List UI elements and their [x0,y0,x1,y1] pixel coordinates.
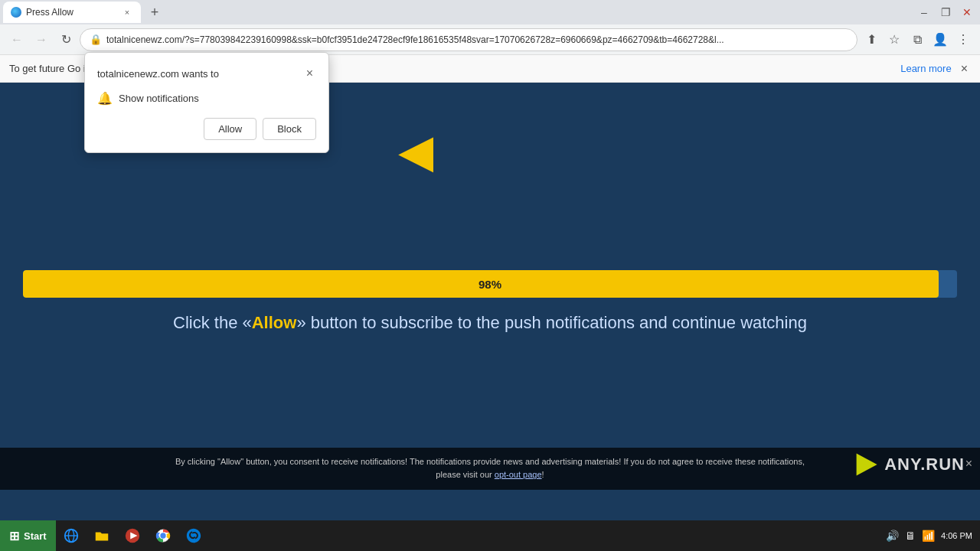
popup-buttons: Allow Block [97,118,316,140]
cta-allow-highlight: Allow [252,313,297,332]
footer-text-3: ! [542,470,544,479]
popup-site-name: totalnicenewz.com wants to [97,68,219,80]
tab-favicon [11,7,21,18]
progress-section: 98% [0,270,980,298]
progress-label: 98% [479,278,501,291]
windows-icon: ⊞ [9,529,19,543]
cta-before: Click the « [173,313,252,332]
block-button[interactable]: Block [263,118,316,140]
arrow-indicator: ◀ [398,129,433,174]
account-button[interactable]: 👤 [929,29,951,51]
taskbar-mediaplayer-icon[interactable] [117,520,148,551]
arrow-icon: ◀ [398,129,433,174]
taskbar-battery-icon: 📶 [922,530,935,542]
notification-bar-close-button[interactable]: × [958,62,971,76]
address-bar[interactable]: 🔒 totalnicenewz.com/?s=77803984223916099… [80,28,858,51]
menu-button[interactable]: ⋮ [952,29,974,51]
titlebar: Press Allow × + – ❐ ✕ [0,0,980,24]
browser-window: Press Allow × + – ❐ ✕ ← → ↻ 🔒 totalnicen… [0,0,980,520]
active-tab[interactable]: Press Allow × [3,2,141,23]
back-button[interactable]: ← [6,29,28,51]
taskbar-speaker-icon: 🔊 [886,530,899,542]
anyrun-play-icon [852,451,880,478]
bell-icon: 🔔 [97,91,113,106]
forward-button[interactable]: → [31,29,52,51]
start-label: Start [24,530,47,542]
taskbar-right: 🔊 🖥 📶 4:06 PM [878,530,980,542]
progress-bar: 98% [23,270,957,298]
reload-button[interactable]: ↻ [55,29,77,51]
footer-text-2: please visit our [436,470,494,479]
toolbar: ← → ↻ 🔒 totalnicenewz.com/?s=77803984223… [0,24,980,55]
tab-close-button[interactable]: × [121,6,133,18]
popup-header: totalnicenewz.com wants to × [97,65,316,82]
taskbar-edge-icon[interactable] [178,520,209,551]
cta-after: » button to subscribe to the push notifi… [296,313,807,332]
taskbar-chrome-icon[interactable] [148,520,178,551]
new-tab-button[interactable]: + [144,2,165,23]
taskbar-time: 4:06 PM [941,531,972,540]
learn-more-link[interactable]: Learn more [900,63,951,74]
permission-text: Show notifications [119,93,199,104]
footer-banner: By clicking "Allow" button, you consent … [0,448,980,490]
share-button[interactable]: ⬆ [861,29,882,51]
toolbar-actions: ⬆ ☆ ⧉ 👤 ⋮ [861,29,974,51]
start-button[interactable]: ⊞ Start [0,520,56,551]
close-button[interactable]: ✕ [957,5,977,20]
footer-banner-close-button[interactable]: × [965,454,972,474]
popup-permission-row: 🔔 Show notifications [97,91,316,106]
footer-text-1: By clicking "Allow" button, you consent … [175,457,805,466]
taskbar-items [56,520,878,551]
popup-close-button[interactable]: × [303,65,316,82]
window-controls: – ❐ ✕ [914,5,977,20]
taskbar-ie-icon[interactable] [56,520,87,551]
minimize-button[interactable]: – [914,5,934,20]
taskbar: ⊞ Start 🔊 🖥 📶 4:06 PM [0,520,980,551]
bookmark-button[interactable]: ☆ [884,29,905,51]
url-text: totalnicenewz.com/?s=778039842239160998&… [106,34,848,45]
allow-button[interactable]: Allow [204,118,256,140]
cta-text: Click the «Allow» button to subscribe to… [142,313,838,333]
tab-title: Press Allow [26,7,116,18]
anyrun-text: ANY.RUN [884,455,965,474]
taskbar-network-icon: 🖥 [905,530,916,542]
maximize-button[interactable]: ❐ [936,5,956,20]
opt-out-link[interactable]: opt-out page [495,470,542,479]
svg-point-6 [160,533,165,538]
lock-icon: 🔒 [90,34,102,45]
permission-popup: totalnicenewz.com wants to × 🔔 Show noti… [84,52,329,153]
taskbar-folder-icon[interactable] [87,520,117,551]
extensions-button[interactable]: ⧉ [906,29,928,51]
anyrun-logo: ANY.RUN [852,451,965,478]
